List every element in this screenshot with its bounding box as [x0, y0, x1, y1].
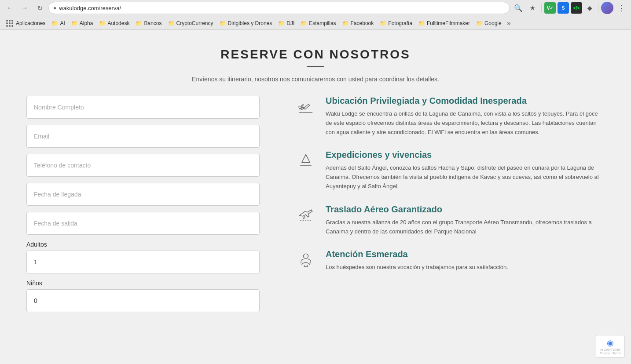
bookmark-fulltimefilmmaker[interactable]: 📁 FulltimeFilmmaker	[416, 19, 473, 27]
feature-atencion-content: Atención Esmerada Los huéspedes son nues…	[326, 249, 508, 272]
bookmark-fulltimefilmmaker-label: FulltimeFilmmaker	[427, 20, 470, 26]
feature-traslado-title: Traslado Aéreo Garantizado	[326, 204, 605, 215]
folder-icon: 📁	[220, 20, 226, 26]
feature-ubicacion: Ubicación Privilegiada y Comodidad Inesp…	[295, 96, 605, 137]
folder-icon: 📁	[301, 20, 307, 26]
adultos-input[interactable]	[26, 251, 260, 273]
bookmark-dji[interactable]: 📁 DJI	[275, 19, 297, 27]
form-section: Adultos Niños	[26, 96, 260, 312]
forward-button[interactable]: →	[18, 2, 31, 14]
telefono-input[interactable]	[26, 154, 260, 177]
feature-traslado-content: Traslado Aéreo Garantizado Gracias a nue…	[326, 204, 605, 237]
folder-icon: 📁	[99, 20, 106, 26]
folder-icon: 📁	[342, 20, 349, 26]
main-layout: Adultos Niños Ubicación Privilegiada	[26, 96, 605, 312]
recaptcha-logo: ◉	[607, 338, 614, 348]
folder-icon: 📁	[278, 20, 285, 26]
ninos-input[interactable]	[26, 289, 260, 312]
plane-land-icon	[295, 96, 317, 118]
security-icon: ●	[53, 5, 56, 11]
nav-bar: ← → ↻ ● wakulodge.com/reserva/ 🔍 ★ V✓ S …	[0, 0, 631, 17]
bookmark-dirigibles-label: Dirigibles y Drones	[228, 20, 272, 26]
bookmark-alpha[interactable]: 📁 Alpha	[69, 19, 96, 27]
feature-atencion: Atención Esmerada Los huéspedes son nues…	[295, 249, 605, 272]
bookmark-alpha-label: Alpha	[80, 20, 93, 26]
bookmark-cryptocurrency-label: CryptoCurrency	[176, 20, 213, 26]
bookmark-autodesk[interactable]: 📁 Autodesk	[96, 19, 132, 27]
folder-icon: 📁	[476, 20, 483, 26]
feature-expediciones-title: Expediciones y vivencias	[326, 150, 605, 160]
address-bar[interactable]: ● wakulodge.com/reserva/	[48, 2, 510, 14]
bookmark-autodesk-label: Autodesk	[107, 20, 129, 26]
folder-icon: 📁	[168, 20, 175, 26]
extension-dark[interactable]: </>	[571, 2, 582, 14]
ninos-label: Niños	[26, 280, 260, 287]
email-input[interactable]	[26, 125, 260, 148]
bookmark-dirigibles[interactable]: 📁 Dirigibles y Drones	[217, 19, 275, 27]
bookmark-fotografia-label: Fotografía	[388, 20, 412, 26]
title-divider	[307, 66, 324, 67]
airplane-icon	[295, 204, 317, 226]
bookmark-estampillas[interactable]: 📁 Estampillas	[298, 19, 338, 27]
feature-expediciones: Expediciones y vivencias Además del Salt…	[295, 150, 605, 191]
svg-point-3	[304, 254, 308, 259]
page-title: RESERVE CON NOSOTROS	[26, 47, 605, 62]
avatar[interactable]	[601, 2, 613, 14]
bookmark-fotografia[interactable]: 📁 Fotografía	[377, 19, 415, 27]
page-content: RESERVE CON NOSOTROS Envíenos su itinera…	[0, 30, 631, 355]
recaptcha-badge: ◉ reCAPTCHA Privacy - Terms	[596, 335, 625, 358]
separator2	[598, 4, 598, 12]
adultos-label: Adultos	[26, 241, 260, 248]
bookmark-ai-label: AI	[60, 20, 65, 26]
fecha-salida-input[interactable]	[26, 212, 260, 235]
bookmark-star-icon[interactable]: ★	[526, 2, 539, 14]
page-subtitle: Envíenos su itinerario, nosotros nos com…	[26, 76, 605, 83]
recaptcha-terms: Privacy - Terms	[600, 352, 621, 355]
folder-icon: 📁	[380, 20, 386, 26]
page-header: RESERVE CON NOSOTROS Envíenos su itinera…	[26, 47, 605, 83]
feature-expediciones-desc: Además del Salto Ángel, conozca los salt…	[326, 164, 605, 191]
nombre-input[interactable]	[26, 96, 260, 119]
bookmark-facebook-label: Facebook	[351, 20, 374, 26]
folder-icon: 📁	[71, 20, 78, 26]
bookmark-apps[interactable]: Aplicaciones	[4, 19, 48, 28]
features-section: Ubicación Privilegiada y Comodidad Inesp…	[295, 96, 605, 312]
service-icon	[295, 249, 317, 271]
feature-ubicacion-desc: Wakü Lodge se encuentra a orillas de la …	[326, 109, 605, 137]
feature-ubicacion-title: Ubicación Privilegiada y Comodidad Inesp…	[326, 96, 605, 106]
bookmark-bancos-label: Bancos	[144, 20, 161, 26]
apps-grid-icon	[6, 20, 13, 27]
feature-ubicacion-content: Ubicación Privilegiada y Comodidad Inesp…	[326, 96, 605, 137]
menu-button[interactable]: ⋮	[615, 2, 627, 14]
search-icon[interactable]: 🔍	[512, 2, 525, 14]
feature-traslado-desc: Gracias a nuestra alianza de 20 años con…	[326, 218, 605, 237]
bookmark-google[interactable]: 📁 Google	[473, 19, 504, 27]
recaptcha-text: reCAPTCHA	[600, 348, 620, 352]
mountain-icon	[295, 150, 317, 172]
bookmark-cryptocurrency[interactable]: 📁 CryptoCurrency	[165, 19, 216, 27]
folder-icon: 📁	[51, 20, 58, 26]
feature-expediciones-content: Expediciones y vivencias Además del Salt…	[326, 150, 605, 191]
fecha-llegada-input[interactable]	[26, 183, 260, 206]
extension-puzzle[interactable]: ◆	[584, 2, 595, 14]
url-text: wakulodge.com/reserva/	[59, 5, 505, 11]
reload-button[interactable]: ↻	[33, 2, 46, 14]
ninos-group: Niños	[26, 280, 260, 312]
folder-icon: 📁	[418, 20, 425, 26]
back-button[interactable]: ←	[4, 2, 16, 14]
extension-virustotal[interactable]: V✓	[544, 2, 556, 14]
bookmark-apps-label: Aplicaciones	[16, 20, 45, 26]
bookmark-dji-label: DJI	[286, 20, 294, 26]
feature-atencion-title: Atención Esmerada	[326, 249, 508, 259]
bookmarks-bar: Aplicaciones 📁 AI 📁 Alpha 📁 Autodesk 📁 B…	[0, 17, 631, 29]
adultos-group: Adultos	[26, 241, 260, 273]
browser-chrome: ← → ↻ ● wakulodge.com/reserva/ 🔍 ★ V✓ S …	[0, 0, 631, 30]
bookmark-google-label: Google	[484, 20, 502, 26]
bookmarks-more-button[interactable]: »	[505, 18, 513, 28]
bookmark-facebook[interactable]: 📁 Facebook	[340, 19, 377, 27]
extension-blue[interactable]: S	[558, 2, 569, 14]
bookmark-bancos[interactable]: 📁 Bancos	[133, 19, 164, 27]
feature-traslado: Traslado Aéreo Garantizado Gracias a nue…	[295, 204, 605, 237]
separator	[541, 4, 542, 12]
bookmark-ai[interactable]: 📁 AI	[49, 19, 67, 27]
